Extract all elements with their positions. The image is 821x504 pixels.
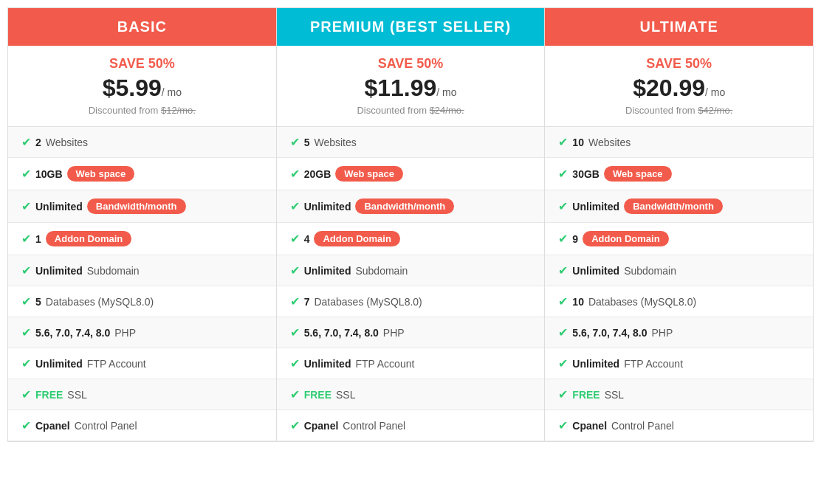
plan-header-basic: BASIC — [8, 8, 276, 46]
feature-value: Unlimited — [572, 265, 619, 277]
feature-label: SSL — [336, 389, 355, 401]
feature-value: 9 — [572, 233, 578, 245]
feature-value: Cpanel — [572, 420, 607, 432]
feature-row: ✔FREESSL — [8, 379, 276, 410]
feature-label: Websites — [588, 137, 631, 148]
feature-row: ✔5.6, 7.0, 7.4, 8.0PHP — [8, 317, 276, 348]
check-icon: ✔ — [558, 232, 568, 246]
feature-value: 2 — [35, 137, 41, 148]
check-icon: ✔ — [21, 387, 31, 401]
feature-value: 10 — [572, 296, 584, 308]
feature-row: ✔UnlimitedBandwidth/month — [277, 190, 545, 223]
feature-row: ✔10Databases (MySQL8.0) — [545, 286, 813, 317]
feature-value: Unlimited — [572, 201, 619, 213]
feature-label: Websites — [314, 137, 356, 148]
plan-price-section-premium: SAVE 50%$11.99/ moDiscounted from $24/mo… — [277, 46, 545, 127]
feature-value: Unlimited — [572, 358, 619, 370]
check-icon: ✔ — [290, 199, 300, 213]
feature-row: ✔UnlimitedBandwidth/month — [8, 190, 276, 223]
feature-label: FTP Account — [87, 358, 146, 370]
plan-price-section-ultimate: SAVE 50%$20.99/ moDiscounted from $42/mo… — [545, 46, 813, 127]
feature-row: ✔UnlimitedFTP Account — [8, 348, 276, 379]
check-icon: ✔ — [558, 263, 568, 277]
feature-label: Control Panel — [75, 420, 137, 432]
check-icon: ✔ — [290, 232, 300, 246]
plan-header-premium: PREMIUM (BEST SELLER) — [277, 8, 545, 46]
feature-label: Databases (MySQL8.0) — [588, 296, 696, 308]
feature-row: ✔10GBWeb space — [8, 158, 276, 190]
feature-label: FTP Account — [355, 358, 414, 370]
feature-row: ✔5Databases (MySQL8.0) — [8, 286, 276, 317]
check-icon: ✔ — [290, 356, 300, 370]
feature-label: PHP — [114, 327, 136, 339]
feature-label: Control Panel — [343, 420, 405, 432]
feature-value: Unlimited — [35, 265, 83, 277]
feature-badge: Web space — [67, 166, 135, 182]
feature-row: ✔5Websites — [277, 127, 545, 158]
feature-value: Unlimited — [304, 358, 351, 370]
feature-value: 30GB — [572, 168, 600, 180]
check-icon: ✔ — [21, 135, 31, 149]
discounted-from: Discounted from $42/mo. — [552, 105, 805, 116]
feature-label: SSL — [67, 389, 86, 401]
feature-row: ✔CpanelControl Panel — [8, 410, 276, 441]
feature-row: ✔5.6, 7.0, 7.4, 8.0PHP — [545, 317, 813, 348]
check-icon: ✔ — [290, 418, 300, 432]
feature-label: PHP — [652, 327, 673, 339]
check-icon: ✔ — [290, 167, 300, 181]
check-icon: ✔ — [558, 199, 568, 213]
feature-value: 5.6, 7.0, 7.4, 8.0 — [35, 327, 110, 339]
check-icon: ✔ — [558, 325, 568, 339]
price-line: $5.99/ mo — [16, 75, 269, 102]
feature-value: 10 — [572, 137, 584, 148]
feature-value: 5.6, 7.0, 7.4, 8.0 — [572, 327, 647, 339]
per-mo: / mo — [162, 86, 182, 98]
feature-value: 5 — [304, 137, 310, 148]
feature-label: Websites — [46, 137, 88, 148]
feature-badge: Bandwidth/month — [624, 199, 723, 214]
check-icon: ✔ — [290, 387, 300, 401]
plan-price-section-basic: SAVE 50%$5.99/ moDiscounted from $12/mo. — [8, 46, 276, 127]
check-icon: ✔ — [558, 167, 568, 181]
plan-basic: BASICSAVE 50%$5.99/ moDiscounted from $1… — [8, 8, 277, 441]
plan-premium: PREMIUM (BEST SELLER)SAVE 50%$11.99/ moD… — [277, 8, 546, 441]
feature-value: Unlimited — [35, 358, 83, 370]
save-text: SAVE 50% — [552, 56, 805, 72]
feature-value: 5 — [35, 296, 41, 308]
check-icon: ✔ — [21, 325, 31, 339]
feature-row: ✔UnlimitedBandwidth/month — [545, 190, 813, 223]
feature-row: ✔7Databases (MySQL8.0) — [277, 286, 545, 317]
check-icon: ✔ — [558, 387, 568, 401]
feature-value: Cpanel — [304, 420, 339, 432]
feature-value: Cpanel — [35, 420, 70, 432]
feature-row: ✔FREESSL — [545, 379, 813, 410]
check-icon: ✔ — [21, 356, 31, 370]
feature-value: FREE — [572, 389, 600, 401]
feature-label: Control Panel — [611, 420, 674, 432]
save-text: SAVE 50% — [16, 56, 269, 72]
check-icon: ✔ — [290, 135, 300, 149]
feature-value: 7 — [304, 296, 310, 308]
check-icon: ✔ — [558, 356, 568, 370]
feature-label: SSL — [605, 389, 624, 401]
feature-row: ✔UnlimitedFTP Account — [545, 348, 813, 379]
feature-row: ✔2Websites — [8, 127, 276, 158]
feature-row: ✔30GBWeb space — [545, 158, 813, 190]
feature-badge: Bandwidth/month — [87, 199, 186, 214]
feature-value: Unlimited — [304, 265, 351, 277]
feature-label: Subdomain — [87, 265, 140, 277]
feature-label: Subdomain — [624, 265, 676, 277]
feature-value: 10GB — [35, 168, 63, 180]
check-icon: ✔ — [21, 294, 31, 308]
feature-label: Databases (MySQL8.0) — [46, 296, 154, 308]
feature-row: ✔FREESSL — [277, 379, 545, 410]
discounted-from: Discounted from $12/mo. — [16, 105, 269, 116]
feature-value: FREE — [304, 389, 332, 401]
feature-badge: Addon Domain — [46, 231, 131, 246]
feature-row: ✔10Websites — [545, 127, 813, 158]
feature-value: 4 — [304, 233, 310, 245]
feature-value: Unlimited — [304, 201, 351, 213]
feature-row: ✔20GBWeb space — [277, 158, 545, 190]
feature-row: ✔UnlimitedFTP Account — [277, 348, 545, 379]
feature-value: Unlimited — [35, 201, 83, 213]
